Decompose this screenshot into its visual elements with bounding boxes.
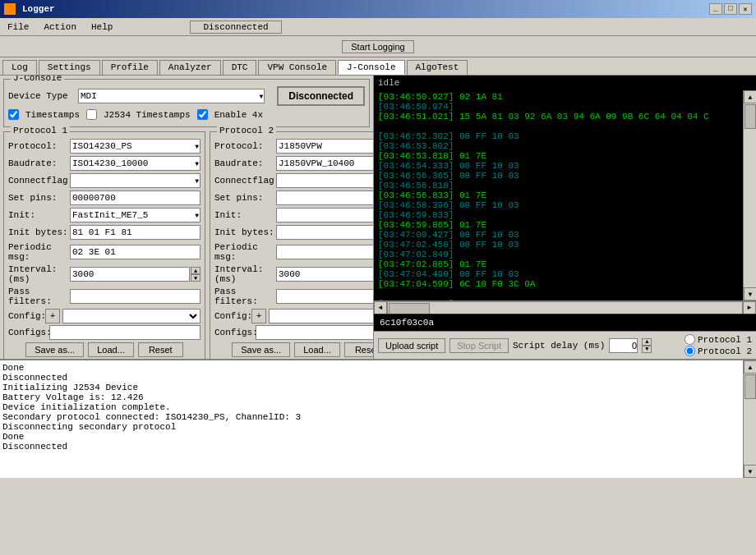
p2-load-button[interactable]: Load... (294, 342, 340, 357)
p2-save-button[interactable]: Save as... (232, 342, 290, 357)
p1-passfilters-label: Pass filters: (8, 287, 70, 306)
script-delay-input[interactable] (609, 338, 638, 353)
p2-passfilters-input[interactable] (276, 289, 374, 304)
p1-setpins-label: Set pins: (8, 193, 70, 203)
script-input-area (374, 314, 756, 331)
p2-periodicmsg-label: Periodic msg: (214, 242, 276, 262)
j2534-label: J2534 Timestamps (104, 110, 191, 120)
protocol2-radio[interactable] (685, 346, 695, 356)
p1-configs-input[interactable] (49, 325, 201, 340)
p1-config-plus-button[interactable]: + (45, 309, 60, 323)
p2-initbytes-input[interactable] (276, 225, 374, 240)
timestamps-checkbox[interactable] (8, 109, 19, 120)
script-input[interactable] (378, 316, 752, 329)
scroll-down-icon[interactable]: ▼ (744, 287, 756, 300)
p1-passfilters-input[interactable] (70, 289, 201, 304)
p1-load-button[interactable]: Load... (88, 342, 134, 357)
tab-j-console[interactable]: J-Console (338, 60, 404, 75)
p1-interval-down-icon[interactable]: ▼ (191, 274, 201, 282)
p1-setpins-input[interactable] (70, 190, 201, 205)
p2-passfilters-label: Pass filters: (214, 287, 276, 306)
scroll-up-icon[interactable]: ▲ (744, 90, 756, 103)
p2-setpins-input[interactable] (276, 190, 374, 205)
p1-save-button[interactable]: Save as... (25, 342, 84, 357)
p1-config-select[interactable] (62, 309, 201, 323)
stop-script-button[interactable]: Stop Script (449, 338, 509, 353)
tab-bar: Log Settings Profile Analyzer DTC VPW Co… (0, 57, 756, 76)
p1-baudrate-select[interactable]: ISO14230_10000 (70, 156, 201, 171)
tab-profile[interactable]: Profile (102, 60, 158, 75)
p2-interval-input[interactable] (276, 267, 374, 282)
protocol1-radio-label: Protocol 1 (698, 335, 752, 345)
j2534-timestamps-checkbox[interactable] (86, 109, 97, 120)
minimize-button[interactable]: _ (709, 3, 722, 15)
p2-config-plus-button[interactable]: + (251, 309, 266, 323)
p1-interval-input[interactable] (70, 267, 190, 282)
p1-connectflag-label: Connectflag: (8, 176, 70, 186)
p1-interval-up-icon[interactable]: ▲ (191, 267, 201, 274)
window-title: Logger (22, 4, 55, 14)
p2-setpins-label: Set pins: (214, 193, 276, 203)
enable4x-label: Enable 4x (214, 110, 263, 120)
p2-init-label: Init: (214, 210, 276, 220)
p1-protocol-select[interactable]: ISO14230_PS (70, 139, 201, 154)
delay-down-icon[interactable]: ▼ (642, 346, 652, 353)
protocol1-title: Protocol 1 (11, 126, 70, 135)
hscroll-thumb[interactable] (389, 303, 430, 314)
window-controls: _ □ ✕ (709, 3, 752, 15)
bottom-scroll-down-icon[interactable]: ▼ (744, 465, 756, 478)
tab-settings[interactable]: Settings (39, 60, 100, 75)
menu-file[interactable]: File (4, 21, 32, 33)
p1-initbytes-input[interactable] (70, 225, 201, 240)
maximize-button[interactable]: □ (724, 3, 737, 15)
device-type-select[interactable]: MDI (78, 89, 265, 103)
log-scrollbar[interactable]: ▲ ▼ (743, 90, 756, 300)
p2-configs-label: Configs: (214, 328, 256, 337)
tab-log[interactable]: Log (2, 60, 37, 75)
upload-script-button[interactable]: Upload script (378, 338, 445, 353)
app-icon (4, 3, 16, 15)
bottom-scroll-thumb[interactable] (744, 374, 756, 399)
left-panel: J-Console Device Type MDI ▼ Disconnected… (0, 76, 374, 359)
p2-initbytes-label: Init bytes: (214, 227, 276, 237)
protocol2-radio-label: Protocol 2 (698, 346, 752, 356)
p1-reset-button[interactable]: Reset (138, 342, 183, 357)
jconsole-group-title: J-Console (11, 76, 64, 83)
p2-init-select[interactable] (276, 208, 374, 222)
hscroll-left-icon[interactable]: ◄ (374, 301, 387, 314)
p2-config-select[interactable] (269, 309, 374, 323)
bottom-scrollbar[interactable]: ▲ ▼ (743, 360, 756, 478)
tab-algotest[interactable]: AlgoTest (407, 60, 468, 75)
p2-protocol-select[interactable]: J1850VPW (276, 139, 374, 154)
menu-action[interactable]: Action (40, 21, 80, 33)
p1-connectflag-select[interactable] (70, 173, 201, 188)
p2-configs-input[interactable] (256, 325, 374, 340)
tab-dtc[interactable]: DTC (223, 60, 257, 75)
p2-reset-button[interactable]: Reset (344, 342, 374, 357)
close-button[interactable]: ✕ (739, 3, 752, 15)
p2-baudrate-label: Baudrate: (214, 158, 276, 168)
log-output-area: [03:46:50.927] 02 1A 81[03:46:50.974][03… (374, 90, 743, 300)
tab-analyzer[interactable]: Analyzer (159, 60, 221, 75)
start-logging-button[interactable]: Start Logging (342, 40, 413, 53)
p1-init-select[interactable]: FastInit_ME7_5 (70, 208, 201, 222)
p1-periodicmsg-input[interactable] (70, 245, 201, 259)
delay-up-icon[interactable]: ▲ (642, 338, 652, 346)
p1-baudrate-label: Baudrate: (8, 158, 70, 168)
bottom-scroll-up-icon[interactable]: ▲ (744, 360, 756, 374)
menu-help[interactable]: Help (88, 21, 116, 33)
toolbar: Start Logging (0, 36, 756, 57)
disconnected-button[interactable]: Disconnected (277, 86, 365, 106)
p2-protocol-label: Protocol: (214, 141, 276, 151)
protocol1-radio[interactable] (685, 334, 695, 345)
jconsole-group: J-Console Device Type MDI ▼ Disconnected… (3, 79, 370, 127)
hscroll-right-icon[interactable]: ► (743, 301, 756, 314)
p2-connectflag-select[interactable] (276, 173, 374, 188)
tab-vpw-console[interactable]: VPW Console (258, 60, 336, 75)
enable4x-checkbox[interactable] (197, 109, 208, 120)
right-panel: idle [03:46:50.927] 02 1A 81[03:46:50.97… (374, 76, 756, 359)
p2-periodicmsg-input[interactable] (276, 245, 374, 259)
p2-baudrate-select[interactable]: J1850VPW_10400 (276, 156, 374, 171)
protocol1-group: Protocol 1 Protocol: ISO14230_PS ▼ Baudr… (3, 131, 205, 359)
scroll-thumb[interactable] (744, 104, 756, 129)
